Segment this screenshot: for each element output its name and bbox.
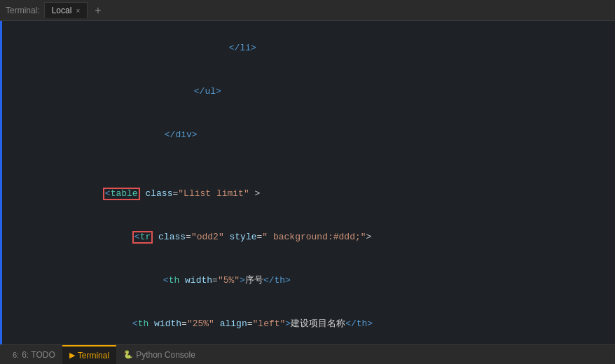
code-line: <table class="Llist limit" > [0,172,615,216]
python-console-status-item[interactable]: 🐍 Python Console [116,345,202,364]
add-tab-button[interactable]: + [90,4,105,17]
todo-status-item[interactable]: 6: 6: TODO [6,345,62,364]
tab-label: Local [52,6,72,15]
code-line: <th width="25%" align="left">建设项目名称</th> [0,302,615,344]
code-line: </li> [0,27,615,70]
code-line: <tr class="odd2" style=" background:#ddd… [0,216,615,259]
local-tab[interactable]: Local × [44,2,88,18]
code-line: <th width="5%">序号</th> [0,259,615,302]
todo-number: 6: [13,351,19,359]
code-editor: </li> </ul> </div> <table class="Llist l… [0,21,615,344]
tab-bar: Terminal: Local × + [0,0,615,21]
code-line [0,157,615,172]
todo-label: 6: TODO [22,350,55,360]
code-line: </div> [0,113,615,157]
code-line: </ul> [0,70,615,113]
left-accent [0,21,2,344]
terminal-status-item[interactable]: ▶ Terminal [62,345,116,364]
terminal-label: Terminal [78,351,109,360]
python-icon: 🐍 [123,350,133,359]
terminal-label: Terminal: [6,6,40,15]
close-tab-icon[interactable]: × [76,7,80,15]
terminal-icon: ▶ [69,351,75,360]
status-bar: 6: 6: TODO ▶ Terminal 🐍 Python Console [0,344,615,364]
python-console-label: Python Console [136,350,195,360]
